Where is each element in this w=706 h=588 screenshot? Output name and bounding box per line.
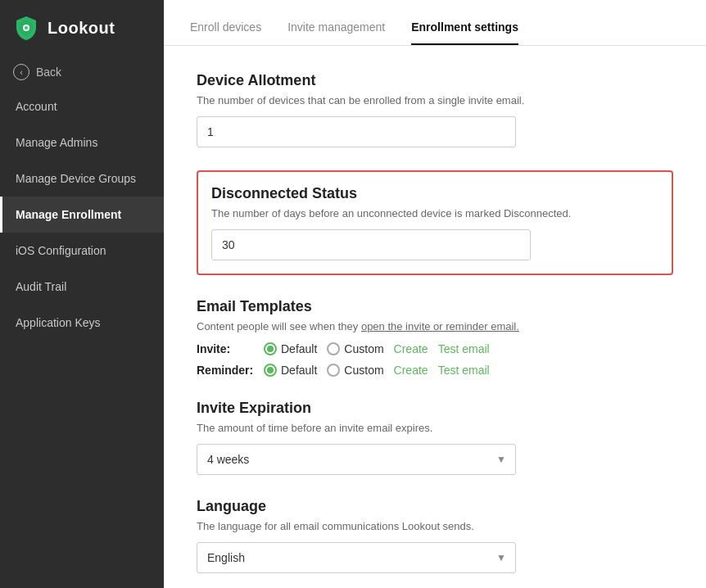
disconnected-status-section: Disconnected Status The number of days b… <box>197 170 673 275</box>
device-allotment-desc: The number of devices that can be enroll… <box>197 94 673 106</box>
device-allotment-section: Device Allotment The number of devices t… <box>197 72 673 147</box>
back-button[interactable]: ‹ Back <box>0 56 164 88</box>
sidebar-nav: Account Manage Admins Manage Device Grou… <box>0 88 164 588</box>
tab-enroll-devices[interactable]: Enroll devices <box>190 20 261 45</box>
back-label: Back <box>36 66 61 79</box>
main-panel: Enroll devices Invite management Enrollm… <box>164 0 706 588</box>
sidebar-item-ios-configuration[interactable]: iOS Configuration <box>0 233 164 269</box>
language-title: Language <box>197 498 673 515</box>
tab-enrollment-settings[interactable]: Enrollment settings <box>411 20 518 45</box>
lookout-logo-icon <box>13 15 39 41</box>
language-desc: The language for all email communication… <box>197 520 673 532</box>
tab-invite-management[interactable]: Invite management <box>287 20 385 45</box>
sidebar-item-account[interactable]: Account <box>0 88 164 124</box>
sidebar: Lookout ‹ Back Account Manage Admins Man… <box>0 0 164 588</box>
invite-create-link[interactable]: Create <box>394 342 428 355</box>
sidebar-item-manage-device-groups[interactable]: Manage Device Groups <box>0 161 164 197</box>
invite-default-label: Default <box>281 342 317 355</box>
sidebar-item-manage-enrollment[interactable]: Manage Enrollment <box>0 197 164 233</box>
invite-expiration-select[interactable]: 1 week 2 weeks 4 weeks 8 weeks Never <box>197 444 516 475</box>
svg-point-1 <box>25 26 28 29</box>
reminder-test-email-link[interactable]: Test email <box>438 364 490 377</box>
reminder-custom-radio-dot <box>327 364 340 377</box>
email-templates-section: Email Templates Content people will see … <box>197 298 673 377</box>
reminder-custom-label: Custom <box>344 364 383 377</box>
app-logo: Lookout <box>0 0 164 56</box>
invite-label: Invite: <box>197 342 254 355</box>
reminder-default-radio-dot <box>264 364 277 377</box>
invite-test-email-link[interactable]: Test email <box>438 342 490 355</box>
reminder-custom-radio[interactable]: Custom <box>327 364 383 377</box>
device-allotment-input[interactable] <box>197 116 516 147</box>
email-templates-title: Email Templates <box>197 298 673 315</box>
sidebar-item-audit-trail[interactable]: Audit Trail <box>0 269 164 305</box>
reminder-row: Reminder: Default Custom Create Test ema… <box>197 364 673 377</box>
disconnected-status-desc: The number of days before an unconnected… <box>211 207 658 219</box>
invite-default-radio-dot <box>264 342 277 355</box>
reminder-create-link[interactable]: Create <box>394 364 428 377</box>
disconnected-status-input[interactable] <box>211 229 531 260</box>
content-area: Device Allotment The number of devices t… <box>164 46 706 588</box>
language-section: Language The language for all email comm… <box>197 498 673 573</box>
invite-expiration-title: Invite Expiration <box>197 400 673 417</box>
invite-custom-radio[interactable]: Custom <box>327 342 383 355</box>
invite-expiration-desc: The amount of time before an invite emai… <box>197 422 673 434</box>
sidebar-item-manage-admins[interactable]: Manage Admins <box>0 124 164 161</box>
tab-bar: Enroll devices Invite management Enrollm… <box>164 0 706 46</box>
email-templates-desc: Content people will see when they open t… <box>197 320 673 332</box>
reminder-label: Reminder: <box>197 364 254 377</box>
reminder-default-label: Default <box>281 364 317 377</box>
app-name: Lookout <box>48 19 115 38</box>
language-select-wrapper: English French German Spanish ▼ <box>197 542 516 573</box>
invite-row: Invite: Default Custom Create Test email <box>197 342 673 355</box>
invite-default-radio[interactable]: Default <box>264 342 317 355</box>
reminder-default-radio[interactable]: Default <box>264 364 317 377</box>
language-select[interactable]: English French German Spanish <box>197 542 516 573</box>
device-allotment-title: Device Allotment <box>197 72 673 89</box>
invite-custom-label: Custom <box>344 342 383 355</box>
invite-expiration-select-wrapper: 1 week 2 weeks 4 weeks 8 weeks Never ▼ <box>197 444 516 475</box>
back-arrow-icon: ‹ <box>13 64 29 80</box>
disconnected-status-title: Disconnected Status <box>211 185 658 202</box>
invite-custom-radio-dot <box>327 342 340 355</box>
sidebar-item-application-keys[interactable]: Application Keys <box>0 305 164 341</box>
invite-expiration-section: Invite Expiration The amount of time bef… <box>197 400 673 475</box>
